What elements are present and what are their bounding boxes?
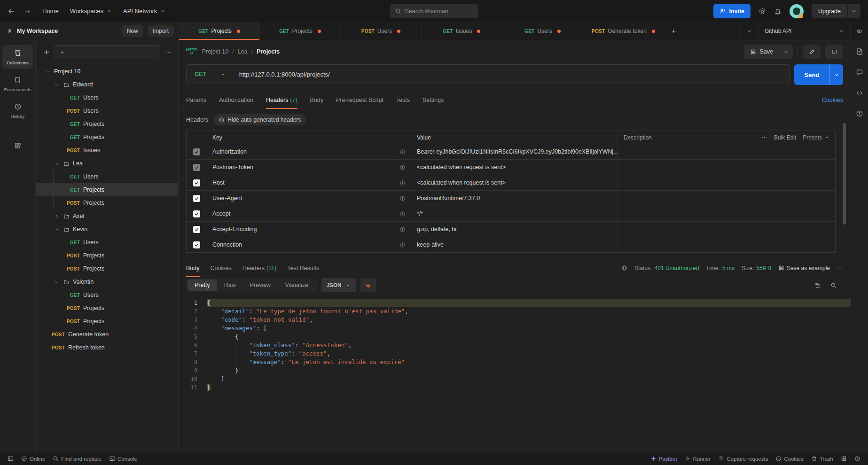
- tree-folder-row[interactable]: Edward: [36, 78, 178, 91]
- gear-icon[interactable]: [759, 8, 766, 15]
- presets-dropdown[interactable]: Presets: [803, 134, 829, 141]
- open-request-tab[interactable]: POSTGenerate token: [583, 22, 664, 40]
- view-preview[interactable]: Preview: [243, 279, 278, 291]
- documentation-icon[interactable]: [856, 48, 863, 55]
- tree-request-row[interactable]: GETUsers: [36, 91, 178, 104]
- code-snippet-icon[interactable]: [856, 89, 863, 97]
- chevron-down-icon[interactable]: [54, 161, 60, 166]
- chevron-down-icon[interactable]: [54, 227, 60, 232]
- header-checkbox[interactable]: [193, 148, 200, 155]
- save-button[interactable]: Save: [744, 45, 793, 59]
- statusbar-panel-toggle-icon[interactable]: [4, 452, 17, 465]
- search-response-icon[interactable]: [830, 282, 837, 288]
- invite-button[interactable]: Invite: [713, 4, 751, 18]
- statusbar-capture-requests[interactable]: Capture requests: [714, 452, 772, 465]
- header-checkbox[interactable]: [193, 164, 200, 171]
- statusbar-online[interactable]: Online: [17, 452, 49, 465]
- tree-request-row[interactable]: GETUsers: [36, 236, 178, 249]
- rail-item-environments[interactable]: Environments: [2, 72, 33, 95]
- tree-folder-row[interactable]: Valentin: [36, 275, 178, 288]
- open-request-tab[interactable]: POSTUsers: [341, 22, 422, 40]
- method-selector[interactable]: GET: [187, 65, 232, 84]
- globe-icon[interactable]: [621, 265, 627, 271]
- save-options-button[interactable]: [779, 45, 793, 59]
- response-tab-body[interactable]: Body: [186, 259, 200, 277]
- tree-request-row[interactable]: POSTRefresh token: [36, 341, 178, 354]
- view-visualize[interactable]: Visualize: [278, 279, 315, 291]
- tree-request-row[interactable]: GETProjects: [36, 131, 178, 144]
- request-tab-tests[interactable]: Tests: [396, 91, 410, 108]
- header-description-cell[interactable]: [618, 237, 753, 252]
- response-format-dropdown[interactable]: JSON: [321, 278, 356, 292]
- forward-arrow-icon[interactable]: [23, 8, 31, 15]
- header-checkbox[interactable]: [193, 210, 200, 217]
- search-input[interactable]: [405, 8, 466, 15]
- collections-filter-input[interactable]: [69, 49, 156, 55]
- statusbar-find-and-replace[interactable]: Find and replace: [49, 452, 105, 465]
- new-tab-button[interactable]: [664, 22, 683, 40]
- tree-request-row[interactable]: POSTIssues: [36, 144, 178, 157]
- tree-request-row[interactable]: POSTGenerate token: [36, 328, 178, 341]
- tree-request-row[interactable]: POSTProjects: [36, 315, 178, 328]
- header-description-cell[interactable]: [618, 222, 753, 237]
- header-key-cell[interactable]: Accept: [207, 206, 411, 221]
- rail-item-collections[interactable]: Collections: [2, 45, 33, 69]
- workspace-title[interactable]: My Workspace: [17, 28, 117, 34]
- header-checkbox[interactable]: [193, 226, 200, 233]
- upgrade-button[interactable]: Upgrade: [812, 4, 860, 18]
- add-collection-button[interactable]: [43, 48, 50, 56]
- tree-request-row[interactable]: GETUsers: [36, 288, 178, 302]
- tree-request-row[interactable]: POSTUsers: [36, 104, 178, 117]
- bell-icon[interactable]: [774, 8, 782, 15]
- send-options-button[interactable]: [829, 64, 843, 85]
- header-value-cell[interactable]: PostmanRuntime/7.37.0: [411, 191, 618, 206]
- header-key-cell[interactable]: Connection: [207, 237, 411, 252]
- statusbar-console[interactable]: Console: [105, 452, 141, 465]
- tree-request-row[interactable]: POSTProjects: [36, 249, 178, 262]
- header-description-cell[interactable]: [618, 144, 753, 159]
- scrollbar[interactable]: [843, 123, 846, 225]
- tab-overflow-button[interactable]: [740, 22, 758, 40]
- request-tab-authorization[interactable]: Authorization: [219, 91, 253, 108]
- back-arrow-icon[interactable]: [8, 8, 15, 15]
- header-value-cell[interactable]: keep-alive: [411, 237, 618, 252]
- request-tab-pre-request-script[interactable]: Pre-request Script: [336, 91, 383, 108]
- header-checkbox[interactable]: [193, 241, 200, 248]
- request-tab-params[interactable]: Params: [186, 91, 206, 108]
- response-tab-headers[interactable]: Headers(11): [242, 259, 277, 277]
- view-pretty[interactable]: Pretty: [188, 279, 217, 291]
- url-input[interactable]: http://127.0.0.1:8000/api/projects/: [232, 71, 337, 78]
- new-button[interactable]: New: [122, 25, 143, 37]
- comments-button[interactable]: [825, 45, 843, 59]
- rail-item-history[interactable]: History: [2, 99, 33, 122]
- response-more-actions-icon[interactable]: [837, 265, 843, 271]
- header-description-cell[interactable]: [618, 191, 753, 206]
- save-as-example-button[interactable]: Save as example: [778, 265, 830, 271]
- send-button[interactable]: Send: [794, 64, 843, 85]
- copy-icon[interactable]: [814, 282, 820, 288]
- header-description-cell[interactable]: [618, 160, 753, 175]
- info-icon[interactable]: [856, 110, 863, 117]
- statusbar-postbot[interactable]: Postbot: [647, 452, 681, 465]
- tree-collection-row[interactable]: Project 10: [36, 65, 178, 78]
- tree-request-row[interactable]: GETProjects: [36, 117, 178, 131]
- header-key-cell[interactable]: User-Agent: [207, 191, 411, 206]
- header-key-cell[interactable]: Postman-Token: [207, 160, 411, 175]
- request-tab-headers[interactable]: Headers(7): [266, 91, 297, 108]
- breadcrumb-collection[interactable]: Project 10: [202, 48, 228, 55]
- header-value-cell[interactable]: <calculated when request is sent>: [411, 160, 618, 175]
- view-raw[interactable]: Raw: [217, 279, 243, 291]
- open-request-tab[interactable]: GETProjects: [260, 22, 341, 40]
- environment-quick-look-button[interactable]: [850, 22, 868, 40]
- header-description-cell[interactable]: [618, 206, 753, 221]
- chevron-down-icon[interactable]: [54, 82, 60, 87]
- rename-button[interactable]: [803, 45, 821, 59]
- wrap-lines-button[interactable]: [360, 278, 376, 292]
- open-request-tab[interactable]: GETProjects: [179, 22, 260, 40]
- header-checkbox[interactable]: [193, 195, 200, 202]
- chevron-right-icon[interactable]: [54, 214, 60, 219]
- global-search[interactable]: [390, 4, 478, 18]
- hide-autogen-headers-button[interactable]: Hide auto-generated headers: [213, 114, 306, 125]
- request-tab-body[interactable]: Body: [310, 91, 324, 108]
- header-key-cell[interactable]: Authorization: [207, 144, 411, 159]
